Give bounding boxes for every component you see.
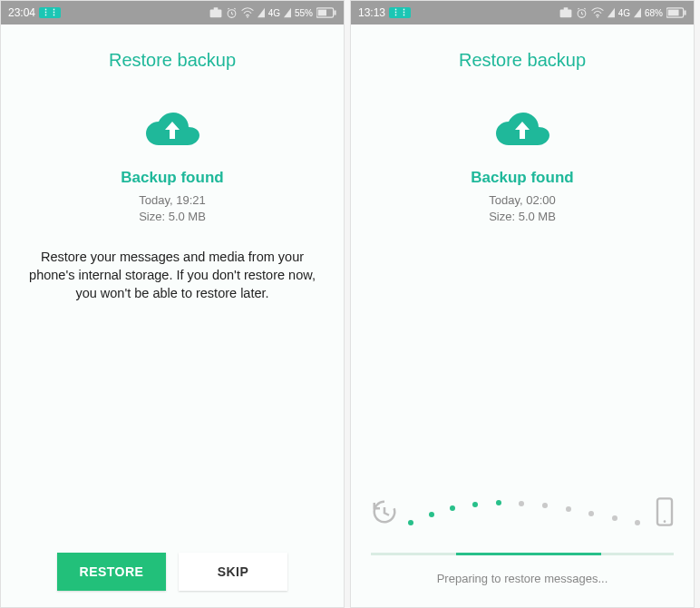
backup-found-title: Backup found — [351, 169, 694, 187]
phone-icon — [656, 497, 674, 526]
backup-meta: Today, 19:21 Size: 5.0 MB — [1, 192, 344, 225]
cloud-upload-icon — [493, 109, 551, 152]
svg-rect-13 — [684, 10, 685, 15]
svg-rect-1 — [213, 7, 218, 10]
transfer-graphic — [371, 491, 674, 533]
progress-label: Preparing to restore messages... — [371, 572, 674, 585]
status-badge: ⋮⋮ — [39, 7, 61, 18]
svg-point-10 — [597, 16, 598, 18]
restore-button[interactable]: RESTORE — [57, 553, 166, 591]
svg-rect-7 — [559, 10, 571, 18]
status-right: 4G 68% — [559, 7, 686, 19]
signal-icon-2 — [284, 7, 291, 18]
camera-icon — [209, 7, 222, 18]
backup-meta: Today, 02:00 Size: 5.0 MB — [351, 192, 694, 225]
status-time: 23:04 — [8, 6, 35, 19]
cloud-upload-icon — [143, 109, 201, 152]
svg-point-15 — [664, 520, 666, 523]
progress-area: Preparing to restore messages... — [351, 491, 694, 607]
backup-found-title: Backup found — [1, 169, 344, 187]
status-battery: 55% — [295, 8, 313, 18]
status-network: 4G — [268, 8, 280, 18]
signal-icon — [608, 7, 615, 18]
svg-rect-6 — [334, 10, 335, 15]
wifi-icon — [241, 7, 254, 18]
status-bar: 13:13 ⋮⋮ 4G 68% — [351, 1, 694, 25]
skip-button[interactable]: SKIP — [179, 553, 287, 591]
signal-icon — [258, 7, 265, 18]
camera-icon — [559, 7, 572, 18]
svg-rect-0 — [209, 10, 221, 18]
battery-icon — [316, 7, 336, 18]
restore-description: Restore your messages and media from you… — [17, 249, 327, 302]
page-title: Restore backup — [351, 50, 694, 71]
backup-size: Size: 5.0 MB — [351, 209, 694, 225]
progress-fill — [456, 553, 601, 555]
status-battery: 68% — [645, 8, 663, 18]
status-network: 4G — [618, 8, 630, 18]
alarm-icon — [226, 7, 238, 19]
screen-restore-progress: 13:13 ⋮⋮ 4G 68% Restore backup Backup fo… — [350, 0, 695, 608]
signal-icon-2 — [634, 7, 641, 18]
backup-size: Size: 5.0 MB — [1, 209, 344, 225]
progress-bar — [371, 553, 674, 555]
dots-arc — [398, 494, 656, 530]
backup-time: Today, 19:21 — [1, 192, 344, 209]
screen-restore-prompt: 23:04 ⋮⋮ 4G 55% Restore backup Backup fo… — [0, 0, 345, 608]
alarm-icon — [576, 7, 588, 19]
status-badge: ⋮⋮ — [389, 7, 411, 18]
status-bar: 23:04 ⋮⋮ 4G 55% — [1, 1, 344, 25]
status-right: 4G 55% — [209, 7, 336, 19]
page-title: Restore backup — [1, 50, 344, 71]
button-row: RESTORE SKIP — [1, 553, 344, 591]
wifi-icon — [591, 7, 604, 18]
status-time: 13:13 — [358, 6, 385, 19]
svg-rect-5 — [318, 10, 326, 16]
backup-time: Today, 02:00 — [351, 192, 694, 209]
svg-rect-12 — [668, 10, 679, 16]
history-icon — [371, 498, 398, 525]
svg-rect-8 — [563, 7, 568, 10]
battery-icon — [666, 7, 686, 18]
svg-point-3 — [247, 16, 248, 18]
